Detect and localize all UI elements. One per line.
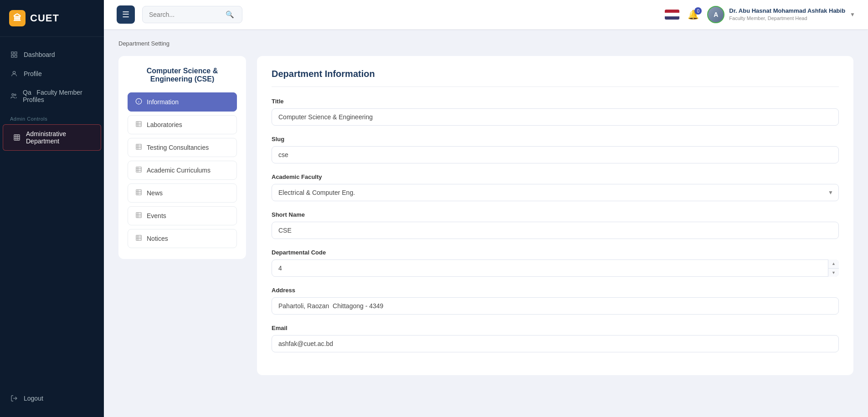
menu-item-label-events: Events	[147, 212, 166, 219]
department-layout: Computer Science & Engineering (CSE) Inf…	[118, 56, 853, 375]
address-label: Address	[272, 287, 839, 294]
menu-item-label-academic-curriculums: Academic Curriculums	[147, 167, 211, 174]
menu-item-testing-consultancies[interactable]: Testing Consultancies	[128, 138, 237, 157]
search-icon: 🔍	[226, 10, 234, 19]
user-menu[interactable]: A Dr. Abu Hasnat Mohammad Ashfak Habib F…	[707, 6, 855, 23]
address-input[interactable]	[272, 297, 839, 315]
table-icon-labs	[135, 121, 142, 129]
title-field-group: Title	[272, 98, 839, 126]
search-input[interactable]	[149, 11, 222, 18]
sidebar-item-label-profile: Profile	[24, 70, 42, 77]
slug-input[interactable]	[272, 146, 839, 163]
grid-icon	[10, 51, 18, 59]
language-flag[interactable]	[665, 10, 679, 20]
svg-rect-7	[14, 135, 20, 140]
sidebar-item-label-faculty: Qa Faculty Member Profiles	[23, 89, 94, 103]
email-input[interactable]	[272, 335, 839, 352]
svg-rect-1	[15, 52, 17, 54]
sidebar-item-label-dashboard: Dashboard	[24, 51, 55, 58]
menu-item-information[interactable]: Information	[128, 92, 237, 112]
app-name: CUET	[30, 12, 59, 24]
svg-rect-36	[136, 235, 141, 240]
svg-rect-20	[136, 144, 141, 149]
title-label: Title	[272, 98, 839, 105]
table-icon-news	[135, 189, 142, 197]
slug-field-group: Slug	[272, 136, 839, 163]
user-role: Faculty Member, Department Head	[729, 15, 845, 21]
departmental-code-wrapper: ▲ ▼	[272, 259, 839, 277]
user-info: Dr. Abu Hasnat Mohammad Ashfak Habib Fac…	[729, 7, 845, 21]
menu-item-label-notices: Notices	[147, 235, 168, 242]
academic-faculty-label: Academic Faculty	[272, 173, 839, 180]
avatar: A	[707, 6, 724, 23]
svg-rect-0	[11, 52, 14, 54]
menu-item-label-information: Information	[147, 98, 179, 106]
email-field-group: Email	[272, 325, 839, 352]
svg-point-6	[15, 94, 16, 96]
sidebar-item-administrative-department[interactable]: Administrative Department	[3, 124, 101, 151]
departmental-code-input[interactable]	[272, 259, 839, 277]
academic-faculty-field-group: Academic Faculty Electrical & Computer E…	[272, 173, 839, 201]
page-content: Department Setting Computer Science & En…	[104, 29, 868, 417]
sidebar-item-faculty-member-profiles[interactable]: Qa Faculty Member Profiles	[0, 83, 104, 109]
menu-item-events[interactable]: Events	[128, 206, 237, 225]
search-container: 🔍	[142, 6, 242, 23]
user-name: Dr. Abu Hasnat Mohammad Ashfak Habib	[729, 7, 845, 15]
info-icon	[135, 98, 142, 106]
topbar-right: 🔔 0 A Dr. Abu Hasnat Mohammad Ashfak Hab…	[665, 6, 855, 23]
sidebar: 🏛 CUET Dashboard Profile Qa Faculty Memb…	[0, 0, 104, 417]
menu-item-notices[interactable]: Notices	[128, 229, 237, 248]
svg-rect-16	[136, 122, 141, 127]
sidebar-item-logout[interactable]: Logout	[0, 389, 104, 408]
menu-item-laboratories[interactable]: Laboratories	[128, 115, 237, 134]
main-content: ☰ 🔍 🔔 0 A Dr. Abu Hasnat Mohammad Ashfak…	[104, 0, 868, 417]
svg-rect-24	[136, 167, 141, 172]
academic-faculty-select-wrapper: Electrical & Computer Eng. Science Engin…	[272, 184, 839, 201]
app-logo-icon: 🏛	[9, 10, 26, 26]
menu-item-label-news: News	[147, 189, 163, 197]
title-input[interactable]	[272, 108, 839, 126]
menu-item-academic-curriculums[interactable]: Academic Curriculums	[128, 161, 237, 180]
svg-point-5	[12, 94, 14, 96]
svg-rect-28	[136, 190, 141, 195]
topbar: ☰ 🔍 🔔 0 A Dr. Abu Hasnat Mohammad Ashfak…	[104, 0, 868, 29]
number-spinners: ▲ ▼	[828, 259, 839, 277]
menu-item-label-testing-consultancies: Testing Consultancies	[147, 144, 209, 151]
email-label: Email	[272, 325, 839, 331]
building-icon	[13, 133, 21, 142]
short-name-label: Short Name	[272, 211, 839, 218]
svg-rect-3	[11, 55, 14, 57]
spinner-down-button[interactable]: ▼	[828, 269, 839, 277]
departmental-code-field-group: Departmental Code ▲ ▼	[272, 249, 839, 277]
hamburger-icon: ☰	[122, 10, 129, 20]
academic-faculty-select[interactable]: Electrical & Computer Eng. Science Engin…	[272, 184, 839, 201]
table-icon-events	[135, 212, 142, 220]
sidebar-bottom: Logout	[0, 384, 104, 417]
short-name-field-group: Short Name	[272, 211, 839, 239]
logout-icon	[10, 394, 18, 402]
svg-rect-2	[15, 55, 17, 57]
table-icon-testing	[135, 143, 142, 152]
right-panel: Department Information Title Slug Academ…	[257, 56, 853, 375]
left-panel: Computer Science & Engineering (CSE) Inf…	[118, 56, 246, 259]
left-panel-title: Computer Science & Engineering (CSE)	[128, 67, 237, 83]
notification-bell[interactable]: 🔔 0	[688, 9, 699, 20]
departmental-code-label: Departmental Code	[272, 249, 839, 256]
svg-rect-32	[136, 213, 141, 218]
menu-toggle-button[interactable]: ☰	[117, 5, 135, 24]
chevron-down-icon: ▼	[850, 11, 855, 18]
short-name-input[interactable]	[272, 222, 839, 239]
menu-item-label-laboratories: Laboratories	[147, 121, 182, 128]
menu-item-news[interactable]: News	[128, 183, 237, 203]
table-icon-notices	[135, 234, 142, 243]
users-icon	[10, 92, 17, 100]
department-info-title: Department Information	[272, 69, 839, 87]
spinner-up-button[interactable]: ▲	[828, 259, 839, 269]
slug-label: Slug	[272, 136, 839, 142]
sidebar-item-dashboard[interactable]: Dashboard	[0, 45, 104, 64]
sidebar-item-label-logout: Logout	[24, 395, 43, 402]
address-field-group: Address	[272, 287, 839, 315]
notification-badge: 0	[694, 7, 702, 15]
left-panel-menu: Information Laboratories Testing Consult…	[128, 92, 237, 248]
sidebar-item-profile[interactable]: Profile	[0, 64, 104, 83]
